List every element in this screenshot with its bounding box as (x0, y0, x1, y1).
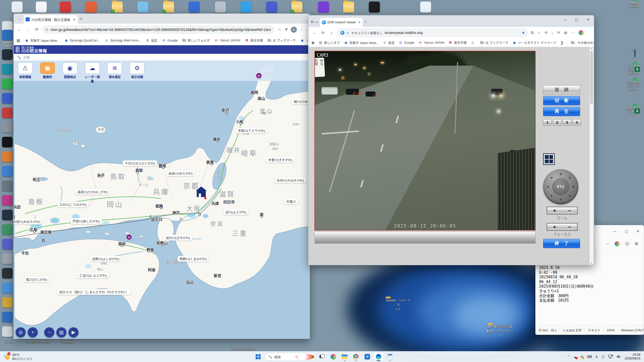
address-bar[interactable]: ⊙ river.go.jp/kawabou/mb?zm=8&clat=34.99… (42, 25, 274, 34)
focus-out-button[interactable]: − (568, 224, 571, 230)
maximize-button[interactable]: ▢ (571, 15, 582, 24)
new-tab-button[interactable]: + (80, 16, 83, 22)
forward-button[interactable]: → (25, 26, 32, 33)
profile-icon[interactable]: ◍ (564, 30, 567, 35)
ptz-upright-arrow[interactable]: ▲ (567, 175, 573, 180)
ptz-center[interactable]: PTZ (553, 179, 569, 195)
bookmark-item[interactable]: G Google (162, 38, 178, 42)
ptz-downleft-arrow[interactable]: ▲ (549, 193, 554, 199)
river-name-badge[interactable]: 太田川(おおたがわ) (11, 219, 42, 224)
desktop-icon[interactable]: Intel(R) Tuning (0, 30, 15, 47)
favorite-item[interactable]: Y! Yahoo! JAPAN (418, 41, 445, 45)
focus-in-button[interactable]: + (553, 224, 556, 230)
tab-search-chevron-icon[interactable]: ⌄ (16, 15, 23, 22)
river-name-badge[interactable]: 吉野川(よしのがわ) (90, 256, 121, 262)
desktop-icon[interactable]: PC (627, 48, 641, 52)
reload-button[interactable]: ⟳ (320, 30, 326, 35)
edge-active-tab[interactable]: e DVR ActiveX Viewer ✕ (320, 18, 363, 27)
sync-icon[interactable]: ⟳ (580, 355, 583, 359)
bookmark-star-icon[interactable]: ☆ (278, 27, 281, 32)
map-tool-button[interactable]: ◉ 登録地点 (62, 62, 78, 81)
more-menu-icon[interactable]: ⋯ (606, 241, 610, 246)
back-button[interactable]: ← (311, 30, 317, 35)
city-marker[interactable] (214, 203, 216, 205)
city-marker[interactable] (217, 140, 219, 142)
vertical-tabs-icon[interactable]: ▭ (315, 20, 318, 24)
desktop-icon-label[interactable]: PACIFICA612VL... (232, 347, 257, 350)
favorite-item[interactable]: R 楽天市場 (448, 40, 466, 45)
city-marker[interactable] (210, 163, 213, 165)
map-tool-button[interactable]: ⚠ 発表情報 (17, 62, 33, 81)
favorite-item[interactable]: IE ブックマーク (480, 40, 508, 45)
close-button[interactable]: ✕ (582, 15, 594, 24)
maximize-button[interactable]: ▢ (621, 226, 632, 236)
home-button[interactable]: ⌂ (329, 30, 335, 35)
address-bar[interactable]: e ⚠ セキュリティ保護なし sinsenyasai.nsddns.org ★ (337, 28, 528, 37)
channel-button[interactable]: 2 (553, 119, 561, 126)
river-name-badge[interactable]: 熊野川(くまのがわ) (178, 256, 209, 262)
river-name-badge[interactable]: 紀の川(きのかわ) (164, 235, 192, 241)
city-marker[interactable] (198, 213, 201, 216)
weather-widget[interactable]: 9 29°C 晴れのちくもり (0, 353, 60, 361)
scroll-up-arrow[interactable]: ▲ (591, 48, 593, 50)
close-button[interactable]: ✕ (632, 226, 644, 236)
back-button[interactable]: ← (16, 26, 23, 33)
city-marker[interactable] (263, 112, 266, 115)
map-control-button[interactable]: ▶ (68, 327, 78, 337)
new-tab-button[interactable]: + (365, 20, 367, 24)
city-marker[interactable] (225, 112, 228, 115)
bookmark-item[interactable]: ◎ Synology Web Assis... (104, 38, 141, 42)
focus-plus-minus[interactable]: +− (547, 223, 578, 231)
favorite-item[interactable]: ⊙ 設定 (383, 40, 395, 45)
profile-avatar[interactable]: 人 (291, 27, 297, 33)
tab-close-icon[interactable]: ✕ (358, 21, 360, 24)
bookmark-item[interactable]: ◉ 気象庁 Japan Mete... (25, 38, 60, 43)
city-marker[interactable] (162, 166, 165, 169)
folder-shortcut[interactable]: syasinn - ショートカ ット (384, 298, 412, 311)
folder-shortcut[interactable]: 無人販売不正行為 動画 - ショートカット (486, 324, 514, 338)
zoom-plus-minus[interactable]: +− (547, 207, 578, 214)
map-tool-button[interactable]: ⚙ 表示切替 (129, 62, 145, 81)
copilot-button[interactable] (329, 352, 338, 361)
scroll-thumb[interactable] (590, 51, 593, 104)
ptz-upleft-arrow[interactable]: ▲ (549, 175, 554, 180)
river-name-badge[interactable]: 仁淀川(によどがわ) (77, 273, 109, 278)
ptz-dial[interactable]: ▲ ▲ ▲ ▲ ▲ ▲ ▲ ▲ PTZ (543, 169, 578, 204)
river-name-badge[interactable]: 千代川(せんだいがわ) (123, 160, 157, 166)
favorite-item[interactable]: ◉ ソースネクスト マイページ (512, 40, 556, 45)
account-icon[interactable]: 人 (625, 241, 630, 246)
cloud-error-icon[interactable]: ☁ (573, 355, 577, 359)
extensions-icon[interactable]: ⧩ (284, 27, 288, 32)
ie-reload-icon[interactable]: ⟳ (557, 30, 560, 35)
favorite-item[interactable]: G Google (399, 41, 414, 45)
edge-button[interactable] (374, 352, 383, 361)
disconnect-button[interactable]: 切 断 (543, 96, 580, 105)
city-marker[interactable] (239, 122, 242, 125)
tab-close-icon[interactable]: ✕ (73, 18, 76, 21)
river-name-badge[interactable]: 天竜川 (284, 199, 298, 204)
apps-grid-icon[interactable]: ▦ (17, 38, 20, 43)
channel-button[interactable]: 1 (543, 119, 552, 126)
city-marker[interactable] (121, 244, 123, 247)
scroll-down-arrow[interactable]: ▼ (591, 262, 593, 264)
city-marker[interactable] (99, 175, 102, 177)
workspaces-icon[interactable]: ⧉ (311, 20, 313, 24)
desktop-icon[interactable]: ✓ xlsx - ショートカット (627, 107, 641, 117)
ptz-right-arrow[interactable]: ▲ (572, 185, 576, 189)
clock-app-icon[interactable]: Ⓙ (601, 354, 605, 359)
favorite-item[interactable]: ◉ 気象庁 Japan Mete... (344, 40, 379, 45)
desktop-icon[interactable]: ✓ 5+.xlsx - ショートカット (627, 65, 641, 75)
bookmark-item[interactable]: IE ブックマーク (267, 38, 296, 43)
desktop-icon-label[interactable]: ツール (5, 340, 14, 344)
sidebar-toggle-icon[interactable]: ▣ (311, 41, 314, 44)
ptz-left-arrow[interactable]: ▲ (546, 185, 550, 189)
desktop-icon-label[interactable]: XV BENCHMARK (26, 340, 50, 343)
bookmark-item[interactable]: ◉ Synology QuickCon... (64, 38, 100, 42)
favorites-icon[interactable]: ☆ (537, 30, 541, 35)
selected-station-house-marker[interactable] (197, 191, 206, 197)
tray-chevron-icon[interactable]: ⌃ (567, 355, 570, 359)
river-name-badge[interactable]: 高梁川(たかはしがわ) (75, 189, 110, 195)
copilot-icon[interactable] (579, 30, 584, 35)
city-marker[interactable] (136, 171, 139, 173)
file-explorer-button[interactable] (340, 352, 349, 361)
